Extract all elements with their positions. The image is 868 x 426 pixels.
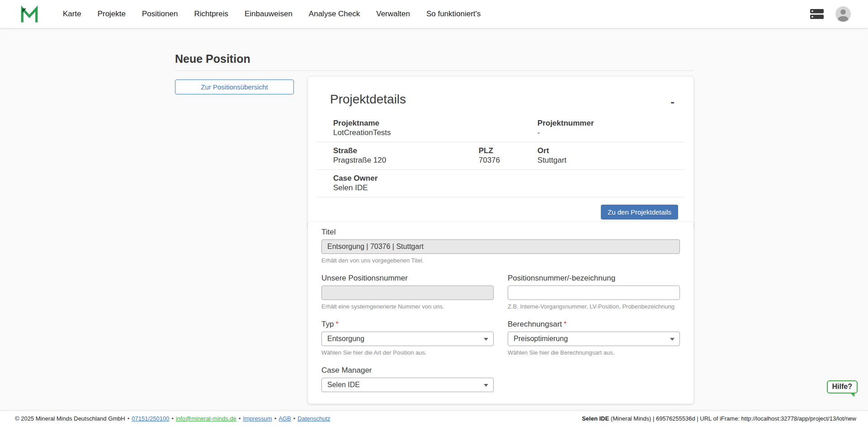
typ-select[interactable]: Entsorgung bbox=[321, 332, 494, 346]
table-row: Straße Pragstraße 120 PLZ 70376 Ort Stut… bbox=[317, 142, 684, 169]
project-card-title: Projektdetails bbox=[330, 92, 693, 107]
projektnummer-value: - bbox=[538, 128, 684, 137]
copyright-text: © 2025 Mineral Minds Deutschland GmbH bbox=[15, 415, 125, 422]
typ-helper: Wählen Sie hier die Art der Position aus… bbox=[321, 349, 494, 356]
session-detail: (Mineral Minds) | 69576255536d | URL of … bbox=[611, 415, 856, 422]
nav-item-so-funktionierts[interactable]: So funktioniert's bbox=[426, 9, 481, 19]
chevron-down-icon bbox=[484, 384, 488, 387]
projektname-value: LotCreationTests bbox=[333, 128, 538, 137]
go-to-project-details-button[interactable]: Zu den Projektdetails bbox=[601, 205, 678, 220]
help-button[interactable]: Hilfe? bbox=[827, 380, 858, 393]
nav-item-richtpreis[interactable]: Richtpreis bbox=[194, 9, 228, 19]
positionsbezeichnung-input[interactable] bbox=[508, 286, 680, 300]
titel-field: Titel Erhält den von uns vorgegebenen Ti… bbox=[321, 228, 680, 264]
separator: • bbox=[127, 415, 130, 422]
footer-bar: © 2025 Mineral Minds Deutschland GmbH • … bbox=[0, 411, 868, 426]
unsere-positionsnummer-label: Unsere Positionsnummer bbox=[321, 274, 494, 283]
mineral-minds-logo[interactable] bbox=[20, 5, 39, 23]
impressum-link[interactable]: Impressum bbox=[243, 415, 272, 422]
unsere-positionsnummer-helper: Erhält eine systemgenerierte Nummer von … bbox=[321, 303, 494, 310]
minus-icon[interactable]: - bbox=[670, 96, 675, 108]
titel-label: Titel bbox=[321, 228, 680, 237]
page-title: Neue Position bbox=[175, 52, 250, 66]
chevron-down-icon bbox=[670, 338, 675, 341]
separator: • bbox=[171, 415, 174, 422]
nav-item-projekte[interactable]: Projekte bbox=[98, 9, 126, 19]
nav-item-karte[interactable]: Karte bbox=[63, 9, 81, 19]
chevron-down-icon bbox=[484, 338, 488, 341]
case-manager-label: Case Manager bbox=[321, 366, 494, 375]
datenschutz-link[interactable]: Datenschutz bbox=[297, 415, 330, 422]
required-asterisk: * bbox=[564, 320, 566, 328]
case-owner-value: Selen IDE bbox=[333, 183, 684, 192]
server-icon[interactable] bbox=[810, 9, 824, 19]
nav-item-analyse-check[interactable]: Analyse Check bbox=[309, 9, 360, 19]
separator: • bbox=[293, 415, 296, 422]
strasse-label: Straße bbox=[333, 146, 479, 155]
case-manager-select[interactable]: Selen IDE bbox=[321, 378, 494, 392]
typ-field: Typ* Entsorgung Wählen Sie hier die Art … bbox=[321, 320, 494, 356]
typ-label: Typ* bbox=[321, 320, 494, 329]
berechnungsart-label: Berechnungsart* bbox=[508, 320, 680, 329]
header-right-controls bbox=[810, 0, 851, 28]
berechnungsart-field: Berechnungsart* Preisoptimierung Wählen … bbox=[508, 320, 680, 356]
plz-label: PLZ bbox=[479, 146, 538, 155]
projektname-label: Projektname bbox=[333, 118, 538, 128]
positionsbezeichnung-helper: Z.B. Interne-Vorgangsnummer, LV-Position… bbox=[508, 303, 680, 310]
back-to-positions-button[interactable]: Zur Positionsübersicht bbox=[175, 80, 294, 94]
case-manager-select-value: Selen IDE bbox=[327, 381, 360, 389]
nav-item-einbauweisen[interactable]: Einbauweisen bbox=[245, 9, 292, 19]
unsere-positionsnummer-input[interactable] bbox=[321, 286, 494, 300]
typ-select-value: Entsorgung bbox=[327, 335, 364, 343]
footer-links: © 2025 Mineral Minds Deutschland GmbH • … bbox=[15, 415, 330, 422]
berechnungsart-select[interactable]: Preisoptimierung bbox=[508, 332, 680, 346]
positionsbezeichnung-label: Positionsnummer/-bezeichnung bbox=[508, 274, 680, 283]
session-user: Selen IDE bbox=[582, 415, 609, 422]
projektnummer-label: Projektnummer bbox=[538, 118, 684, 128]
table-row: Case Owner Selen IDE bbox=[317, 169, 684, 197]
agb-link[interactable]: AGB bbox=[278, 415, 291, 422]
separator: • bbox=[274, 415, 277, 422]
project-details-card: Projektdetails - Projektname LotCreation… bbox=[308, 77, 693, 228]
separator: • bbox=[239, 415, 241, 422]
plz-value: 70376 bbox=[479, 155, 538, 165]
top-nav-bar: Karte Projekte Positionen Richtpreis Ein… bbox=[0, 0, 868, 28]
berechnungsart-helper: Wählen Sie hier die Berechnungsart aus. bbox=[508, 349, 680, 356]
unsere-positionsnummer-field: Unsere Positionsnummer Erhält eine syste… bbox=[321, 274, 494, 310]
account-avatar-icon[interactable] bbox=[835, 6, 851, 22]
nav-item-positionen[interactable]: Positionen bbox=[142, 9, 178, 19]
title-divider bbox=[175, 70, 693, 71]
phone-link[interactable]: 07151/250100 bbox=[132, 415, 169, 422]
ort-value: Stuttgart bbox=[538, 155, 684, 165]
required-asterisk: * bbox=[335, 320, 338, 328]
case-owner-label: Case Owner bbox=[333, 173, 684, 183]
table-row: Projektname LotCreationTests Projektnumm… bbox=[317, 115, 684, 142]
case-manager-field: Case Manager Selen IDE bbox=[321, 366, 494, 392]
session-info: Selen IDE (Mineral Minds) | 69576255536d… bbox=[582, 415, 856, 422]
position-form-card: Titel Erhält den von uns vorgegebenen Ti… bbox=[308, 222, 693, 404]
titel-helper: Erhält den von uns vorgegebenen Titel. bbox=[321, 257, 680, 264]
email-link[interactable]: info@mineral-minds.de bbox=[176, 415, 236, 422]
nav-item-verwalten[interactable]: Verwalten bbox=[376, 9, 410, 19]
ort-label: Ort bbox=[538, 146, 684, 155]
main-nav: Karte Projekte Positionen Richtpreis Ein… bbox=[63, 0, 481, 28]
strasse-value: Pragstraße 120 bbox=[333, 155, 479, 165]
project-fields-table: Projektname LotCreationTests Projektnumm… bbox=[317, 115, 684, 197]
positionsbezeichnung-field: Positionsnummer/-bezeichnung Z.B. Intern… bbox=[508, 274, 680, 310]
berechnungsart-select-value: Preisoptimierung bbox=[514, 335, 568, 343]
titel-input[interactable] bbox=[321, 239, 680, 254]
